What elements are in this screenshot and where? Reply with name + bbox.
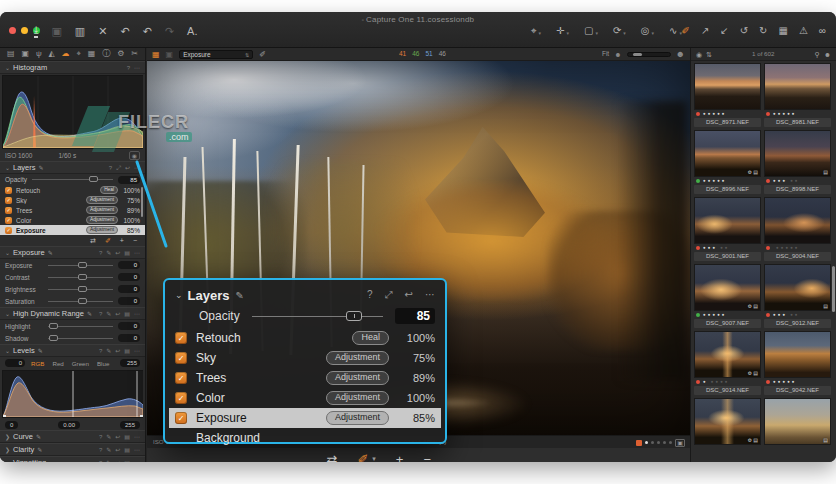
close-window-button[interactable] — [9, 27, 16, 34]
swap-mask-icon[interactable]: ⇄ — [326, 452, 337, 463]
layer-row[interactable]: ✓ Retouch Heal 100% — [0, 185, 145, 195]
expand-icon[interactable]: ⤢ — [385, 289, 393, 301]
multi-view-icon[interactable]: ▦ — [152, 51, 160, 59]
slider[interactable] — [48, 301, 113, 302]
capture-icon[interactable]: ▣ — [51, 26, 61, 37]
grid-icon[interactable]: ▦ — [778, 26, 787, 36]
check-icon[interactable]: ✓ — [175, 372, 187, 384]
variant-dot[interactable] — [651, 441, 654, 444]
zoom-in-icon[interactable]: ☻ — [676, 50, 685, 59]
reset-icon[interactable]: ↩ — [115, 447, 120, 453]
preset-select[interactable]: Exposure⇅ — [179, 50, 253, 59]
minimize-window-button[interactable] — [21, 27, 28, 34]
checkbox-checked-icon[interactable]: ✓ — [5, 207, 12, 214]
curve-section-header[interactable]: ❯ Curve ✎ ?✎↩▤⋯ — [0, 430, 145, 443]
help-icon[interactable]: ? — [109, 165, 112, 171]
help-icon[interactable]: ? — [99, 434, 102, 440]
slider-handle[interactable] — [78, 262, 87, 268]
eye-icon[interactable]: ◉ — [696, 51, 702, 58]
scrollbar[interactable] — [141, 187, 143, 217]
remove-layer-button[interactable]: − — [423, 452, 431, 463]
slider[interactable] — [48, 338, 113, 339]
edit-icon[interactable]: ✎ — [37, 447, 42, 453]
checkbox-checked-icon[interactable]: ✓ — [5, 197, 12, 204]
rating-row[interactable]: ●●●●● — [694, 378, 761, 386]
slider-handle[interactable] — [49, 323, 58, 329]
collection-icon[interactable]: ▣ — [675, 439, 685, 447]
thumbnail[interactable]: ▤ — [764, 264, 831, 311]
copy-icon[interactable]: ▤ — [124, 250, 130, 256]
layer-row[interactable]: ✓ Sky Adjustment 75% — [0, 195, 145, 205]
more-icon[interactable]: ⋯ — [134, 434, 140, 440]
thumbnail[interactable]: ⚙ ▤ — [694, 398, 761, 445]
proof-icon[interactable]: ∞ — [819, 26, 826, 36]
layer-row[interactable]: ✓ Color Adjustment 100% — [0, 215, 145, 225]
variant-dot[interactable] — [657, 441, 660, 444]
copy-icon[interactable]: ▤ — [124, 348, 130, 354]
channel-rgb[interactable]: RGB — [29, 360, 46, 367]
annotate-icon[interactable]: A. — [187, 26, 197, 37]
sort-icon[interactable]: ⇅ — [706, 51, 712, 58]
slider-handle[interactable] — [89, 176, 98, 182]
edit-icon[interactable]: ✎ — [106, 250, 111, 256]
copy-icon[interactable]: ▤ — [124, 311, 130, 317]
levels-graph[interactable] — [2, 370, 143, 418]
pointer-tool-button[interactable]: ⌖▾ — [531, 26, 541, 36]
rotate-tool-button[interactable]: ⟳▾ — [613, 26, 626, 36]
thumbnail[interactable] — [694, 197, 761, 244]
rating-row[interactable]: ●●●●● — [694, 177, 761, 185]
draw-mask-tool-button[interactable]: ∿▾ — [669, 26, 682, 36]
tab-tether-icon[interactable]: ψ — [36, 50, 42, 58]
rating-row[interactable]: ●●●●● — [764, 110, 831, 118]
rating-row[interactable]: ●●●●● — [764, 177, 831, 185]
help-icon[interactable]: ? — [99, 447, 102, 453]
checkbox-checked-icon[interactable]: ✓ — [175, 332, 187, 344]
thumbnail[interactable] — [764, 331, 831, 378]
tab-output-icon[interactable]: ✂ — [131, 50, 138, 58]
copy-icon[interactable]: ▤ — [124, 460, 130, 463]
browser-cell[interactable]: ●●●●● DSC_9042.NEF — [764, 331, 831, 395]
loupe-tool-button[interactable]: ◎▾ — [641, 26, 654, 36]
tab-info-icon[interactable]: ⓘ — [102, 50, 110, 58]
layer-row[interactable]: ✓ Sky Adjustment 75% — [169, 348, 441, 368]
slider[interactable] — [48, 289, 113, 290]
browser-cell[interactable]: ⚙ ▤ ●●●●● DSC_9014.NEF — [694, 331, 761, 395]
tab-capture-icon[interactable]: ▣ — [21, 50, 29, 58]
tab-metadata-icon[interactable]: ▦ — [88, 50, 96, 58]
check-icon[interactable]: ✓ — [175, 352, 187, 364]
layer-row[interactable]: ✓ Trees Adjustment 89% — [169, 368, 441, 388]
edit-icon[interactable]: ✎ — [106, 348, 111, 354]
import-icon[interactable]: ⤓ — [34, 25, 38, 38]
edit-icon[interactable]: ✎ — [39, 165, 44, 171]
reset-icon[interactable]: ↩ — [115, 311, 120, 317]
rating-row[interactable]: ●●●●● — [764, 378, 831, 386]
help-icon[interactable]: ? — [99, 311, 102, 317]
rotate-cw-icon[interactable]: ↻ — [759, 26, 767, 36]
swap-mask-icon[interactable]: ⇄ — [90, 237, 96, 245]
edit-icon[interactable]: ✎ — [87, 311, 92, 317]
reset-icon[interactable]: ↩ — [115, 460, 120, 463]
browser-cell[interactable]: ●●●●● DSC_9004.NEF — [764, 197, 831, 261]
channel-green[interactable]: Green — [70, 360, 91, 367]
opacity-slider[interactable] — [252, 316, 383, 317]
check-icon[interactable]: ✓ — [175, 412, 187, 424]
zoom-slider[interactable] — [627, 52, 671, 57]
copy-icon[interactable]: ▤ — [124, 447, 130, 453]
rating-row[interactable]: ●●●●● — [764, 311, 831, 319]
more-icon[interactable]: ⋯ — [425, 289, 435, 301]
exposure-section-header[interactable]: ⌄ Exposure ✎ ?✎↩▤⋯ — [0, 246, 145, 259]
thumbnail[interactable]: ▤ — [764, 398, 831, 445]
crop-tool-button[interactable]: ▢▾ — [584, 26, 598, 36]
thumbnail[interactable] — [764, 63, 831, 110]
search-icon[interactable]: ⚲ — [814, 51, 819, 58]
levels-output-right[interactable]: 255 — [120, 359, 140, 367]
rating-row[interactable]: ●●●●● — [764, 244, 831, 252]
reset-icon[interactable]: ↩ — [115, 348, 120, 354]
slider-handle[interactable] — [633, 53, 642, 56]
rating-row[interactable]: ●●●●● — [694, 311, 761, 319]
undo-alt-icon[interactable]: ↶ — [143, 26, 152, 37]
edit-icon[interactable]: ✎ — [106, 311, 111, 317]
more-icon[interactable]: ⋯ — [134, 165, 140, 171]
layers-panel-header[interactable]: ⌄ Layers ✎ ? ⤢ ↩ ⋯ — [175, 286, 435, 304]
undo-icon[interactable]: ↶ — [120, 26, 129, 37]
